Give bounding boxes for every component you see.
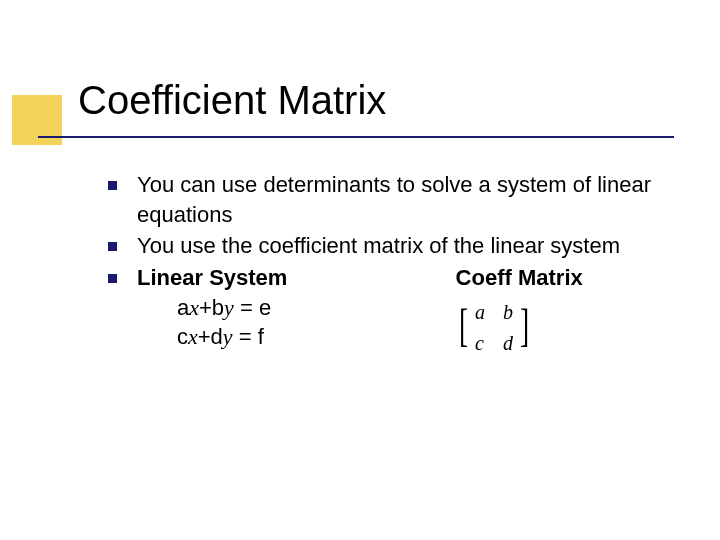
eq1-x: x bbox=[189, 295, 199, 320]
label-coeff-matrix: Coeff Matrix bbox=[456, 265, 583, 290]
slide: Coefficient Matrix You can use determina… bbox=[0, 0, 720, 540]
eq2-y: y bbox=[223, 324, 233, 349]
bullet-icon bbox=[108, 242, 117, 251]
matrix-d: d bbox=[503, 330, 513, 357]
eq1-y: y bbox=[224, 295, 234, 320]
bullet-row-1: You can use determinants to solve a syst… bbox=[108, 170, 668, 229]
eq1-a: a bbox=[177, 295, 189, 320]
matrix-a: a bbox=[475, 299, 485, 326]
right-bracket-icon: ] bbox=[520, 303, 529, 349]
matrix-c: c bbox=[475, 330, 485, 357]
bullet-row-3: Linear System ax+by = e cx+dy = f Coeff … bbox=[108, 263, 668, 357]
equation-line-1: ax+by = e bbox=[177, 293, 429, 323]
equation-line-2: cx+dy = f bbox=[177, 322, 429, 352]
eq2-x: x bbox=[188, 324, 198, 349]
matrix-b: b bbox=[503, 299, 513, 326]
slide-body: You can use determinants to solve a syst… bbox=[108, 170, 668, 359]
bullet-text-1: You can use determinants to solve a syst… bbox=[137, 170, 668, 229]
bullet-row-2: You use the coefficient matrix of the li… bbox=[108, 231, 668, 261]
eq2-d: +d bbox=[198, 324, 223, 349]
slide-title: Coefficient Matrix bbox=[78, 78, 386, 123]
eq1-b: +b bbox=[199, 295, 224, 320]
bullet-text-2: You use the coefficient matrix of the li… bbox=[137, 231, 668, 261]
matrix: [ a b c d ] bbox=[456, 299, 668, 357]
left-bracket-icon: [ bbox=[459, 303, 468, 349]
bullet-icon bbox=[108, 181, 117, 190]
title-underline bbox=[38, 136, 674, 138]
bullet-icon bbox=[108, 274, 117, 283]
eq2-f: = f bbox=[233, 324, 264, 349]
eq1-e: = e bbox=[234, 295, 271, 320]
eq2-c: c bbox=[177, 324, 188, 349]
label-linear-system: Linear System bbox=[137, 265, 287, 290]
